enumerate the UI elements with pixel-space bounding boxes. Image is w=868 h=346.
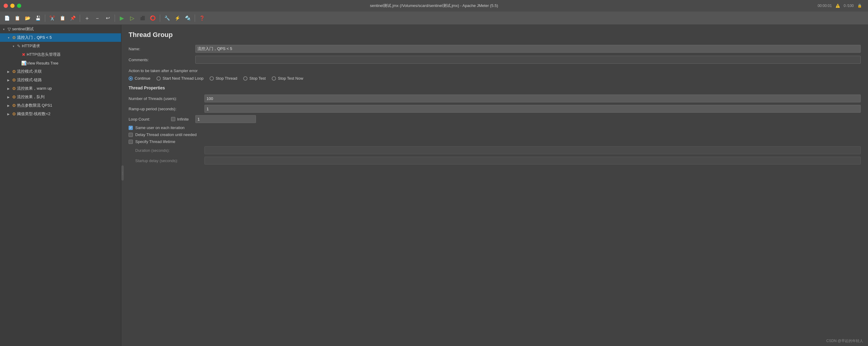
label-http-header: HTTP信息头管理器 bbox=[27, 52, 119, 57]
label-http-request: HTTP请求 bbox=[22, 43, 119, 49]
cut-button[interactable]: ✂️ bbox=[48, 14, 57, 23]
toolbar-sep-2 bbox=[80, 14, 80, 22]
arrow-hotspot-limit: ▶ bbox=[6, 104, 11, 107]
radio-stop-test-now[interactable]: Stop Test Now bbox=[272, 76, 303, 80]
icon-flow-chain: ⚙ bbox=[11, 77, 17, 82]
undo-button[interactable]: ↩ bbox=[103, 14, 112, 23]
help-button[interactable]: ❓ bbox=[197, 14, 207, 23]
traffic-lights bbox=[4, 4, 21, 8]
attribution: CSDN @早起的年轻人 bbox=[826, 338, 863, 344]
sidebar-item-sentinel-root[interactable]: ▾ ▽ sentinel测试 bbox=[0, 25, 121, 33]
rampup-row: Ramp-up period (seconds): bbox=[129, 105, 861, 113]
arrow-threshold-type: ▶ bbox=[6, 112, 11, 116]
comments-input[interactable] bbox=[195, 56, 861, 64]
same-user-row[interactable]: Same user on each iteration bbox=[129, 126, 861, 130]
same-user-checkbox[interactable] bbox=[129, 126, 133, 130]
remove-button[interactable]: － bbox=[93, 14, 102, 23]
icon-view-results: 📊 bbox=[21, 61, 27, 65]
minimize-button[interactable] bbox=[10, 4, 14, 8]
main-area: ▾ ▽ sentinel测试 ▾ ⚙ 流控入门，QPS < 5 ▾ ✎ HTTP… bbox=[0, 25, 868, 346]
sidebar-item-http-header[interactable]: ▾ ✖ HTTP信息头管理器 bbox=[0, 50, 121, 59]
sidebar-drag-handle[interactable]: ⋮ bbox=[121, 165, 124, 181]
save-button[interactable]: 💾 bbox=[33, 14, 42, 23]
script-button[interactable]: 🔧 bbox=[162, 14, 172, 23]
name-row: Name: bbox=[129, 45, 861, 53]
delay-thread-row[interactable]: Delay Thread creation until needed bbox=[129, 132, 861, 137]
startup-delay-label: Startup delay (seconds): bbox=[135, 159, 205, 163]
arrow-http-request: ▾ bbox=[11, 44, 16, 48]
thread-props-title: Thread Properties bbox=[129, 85, 861, 90]
radio-continue-label: Continue bbox=[135, 76, 150, 80]
num-threads-input[interactable] bbox=[205, 95, 861, 102]
toolbar-sep-4 bbox=[160, 14, 160, 22]
infinite-label: Infinite bbox=[177, 117, 189, 122]
radio-stop-test-indicator bbox=[243, 76, 247, 80]
maximize-button[interactable] bbox=[17, 4, 21, 8]
specify-lifetime-row[interactable]: Specify Thread lifetime bbox=[129, 139, 861, 144]
sidebar-item-hotspot-limit[interactable]: ▶ ⚙ 热点参数限流 QPS1 bbox=[0, 101, 121, 110]
toolbar-sep-1 bbox=[45, 14, 45, 22]
radio-continue[interactable]: Continue bbox=[129, 76, 150, 80]
label-flow-chain: 流控模式-链路 bbox=[17, 77, 119, 83]
new-button[interactable]: 📄 bbox=[2, 14, 11, 23]
label-threshold-type: 阈值类型-线程数<2 bbox=[17, 111, 119, 117]
start-button[interactable]: ▶ bbox=[117, 14, 126, 23]
radio-stop-thread[interactable]: Stop Thread bbox=[210, 76, 237, 80]
error-action-group: Continue Start Next Thread Loop Stop Thr… bbox=[129, 76, 861, 80]
sidebar-item-flow-warmup[interactable]: ▶ ⚙ 流控效果，warm up bbox=[0, 84, 121, 93]
sidebar-item-view-results[interactable]: ▾ 📊 View Results Tree bbox=[0, 59, 121, 67]
duration-input[interactable] bbox=[205, 146, 861, 154]
specify-lifetime-checkbox[interactable] bbox=[129, 140, 133, 144]
sidebar-item-flow-queue[interactable]: ▶ ⚙ 流控效果，队列 bbox=[0, 93, 121, 101]
template-button[interactable]: 📋 bbox=[13, 14, 22, 23]
loop-count-label: Loop Count: bbox=[129, 117, 168, 122]
delay-thread-checkbox[interactable] bbox=[129, 133, 133, 137]
infinite-checkbox[interactable] bbox=[171, 117, 175, 121]
stop-button[interactable]: ⬛ bbox=[138, 14, 147, 23]
arrow-sentinel-root: ▾ bbox=[1, 28, 6, 31]
arrow-flow-relation: ▶ bbox=[6, 70, 11, 73]
sidebar-item-http-request[interactable]: ▾ ✎ HTTP请求 bbox=[0, 42, 121, 50]
radio-stop-test-now-indicator bbox=[272, 76, 276, 80]
add-button[interactable]: ＋ bbox=[83, 14, 92, 23]
startup-delay-row: Startup delay (seconds): bbox=[129, 157, 861, 165]
radio-stop-test[interactable]: Stop Test bbox=[243, 76, 266, 80]
arrow-flow-warmup: ▶ bbox=[6, 87, 11, 90]
toolbar: 📄 📋 📂 💾 ✂️ 📋 📌 ＋ － ↩ ▶ ▷ ⬛ ⭕ 🔧 ⚡ 🔩 ❓ bbox=[0, 11, 868, 25]
close-button[interactable] bbox=[4, 4, 8, 8]
radio-stop-test-label: Stop Test bbox=[249, 76, 266, 80]
num-threads-row: Number of Threads (users): bbox=[129, 95, 861, 102]
startup-delay-input[interactable] bbox=[205, 157, 861, 165]
copy-button[interactable]: 📋 bbox=[58, 14, 67, 23]
sidebar-item-flow-relation[interactable]: ▶ ⚙ 流控模式-关联 bbox=[0, 67, 121, 76]
infinite-checkbox-label[interactable]: Infinite bbox=[171, 117, 189, 122]
run-button[interactable]: ⚡ bbox=[173, 14, 182, 23]
loop-count-row: Loop Count: Infinite bbox=[129, 115, 861, 123]
icon-threshold-type: ⚙ bbox=[11, 111, 17, 116]
shutdown-button[interactable]: ⭕ bbox=[148, 14, 157, 23]
radio-continue-indicator bbox=[129, 76, 133, 80]
loop-count-input[interactable] bbox=[195, 115, 256, 123]
name-label: Name: bbox=[129, 47, 195, 51]
icon-flow-warmup: ⚙ bbox=[11, 86, 17, 91]
icon-hotspot-limit: ⚙ bbox=[11, 103, 17, 108]
radio-start-next-thread-loop-indicator bbox=[156, 76, 161, 80]
radio-start-next-thread-loop[interactable]: Start Next Thread Loop bbox=[156, 76, 204, 80]
toolbar-sep-3 bbox=[115, 14, 115, 22]
rampup-input[interactable] bbox=[205, 105, 861, 113]
open-button[interactable]: 📂 bbox=[23, 14, 32, 23]
delay-thread-label: Delay Thread creation until needed bbox=[135, 132, 196, 137]
arrow-flow-chain: ▶ bbox=[6, 78, 11, 82]
sidebar-item-flow-chain[interactable]: ▶ ⚙ 流控模式-链路 bbox=[0, 76, 121, 84]
icon-flow-relation: ⚙ bbox=[11, 69, 17, 74]
name-input[interactable] bbox=[195, 45, 861, 53]
icon-flow-queue: ⚙ bbox=[11, 95, 17, 99]
start-no-pause-button[interactable]: ▷ bbox=[128, 14, 137, 23]
tools-button[interactable]: 🔩 bbox=[183, 14, 192, 23]
sidebar-item-threshold-type[interactable]: ▶ ⚙ 阈值类型-线程数<2 bbox=[0, 110, 121, 118]
rampup-label: Ramp-up period (seconds): bbox=[129, 107, 205, 111]
sidebar-item-qps-group[interactable]: ▾ ⚙ 流控入门，QPS < 5 bbox=[0, 33, 121, 42]
window-title: sentinel测试.jmx (/Volumes/scard/sentinel测… bbox=[370, 3, 498, 8]
paste-button[interactable]: 📌 bbox=[68, 14, 78, 23]
label-flow-warmup: 流控效果，warm up bbox=[17, 86, 119, 91]
